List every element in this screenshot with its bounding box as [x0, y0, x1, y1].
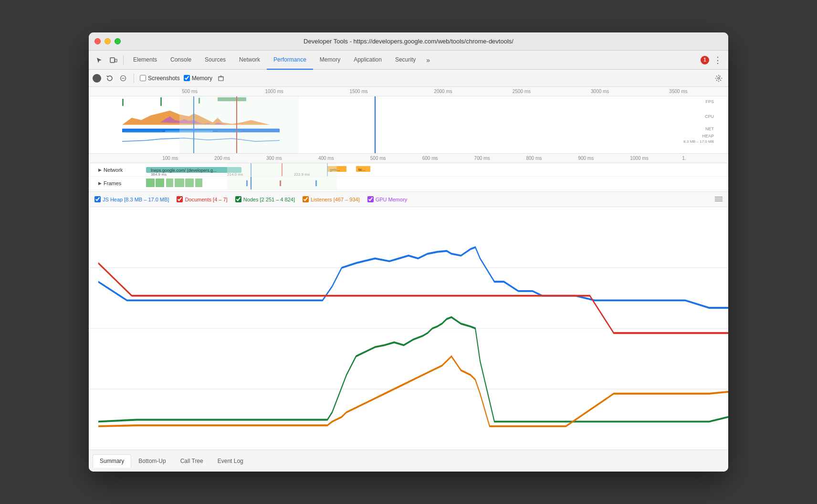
- memory-checkbox[interactable]: [184, 75, 190, 81]
- ruler-ticks: 500 ms 1000 ms 1500 ms 2000 ms 2500 ms 3…: [117, 87, 721, 96]
- secondary-divider: [134, 74, 134, 83]
- tab-event-log[interactable]: Event Log: [210, 454, 251, 468]
- svg-rect-44: [185, 178, 194, 187]
- network-track-row: ▶ Network lneps.google.com/ (developers.…: [89, 163, 728, 177]
- ruler-tick-3000: 3000 ms: [591, 89, 609, 94]
- network-track-content: lneps.google.com/ (developers.g... 364.9…: [146, 163, 728, 176]
- more-tabs-button[interactable]: »: [422, 51, 434, 70]
- tick-300: 300 ms: [266, 156, 282, 161]
- svg-text:364.9 ms: 364.9 ms: [151, 172, 167, 176]
- device-toggle-button[interactable]: [107, 53, 120, 67]
- svg-text:NET: NET: [705, 126, 714, 131]
- tab-memory[interactable]: Memory: [313, 51, 347, 70]
- svg-rect-21: [179, 96, 299, 153]
- svg-text:HEAP: HEAP: [702, 134, 714, 138]
- legend-gpu-check[interactable]: [367, 196, 374, 202]
- svg-rect-4: [219, 77, 223, 81]
- title-bar: Developer Tools - https://developers.goo…: [89, 32, 728, 51]
- close-button[interactable]: [94, 38, 101, 44]
- record-button[interactable]: [93, 74, 101, 83]
- timeline-tracks: ▶ Network lneps.google.com/ (developers.…: [89, 163, 728, 192]
- minimize-button[interactable]: [105, 38, 111, 44]
- svg-text:FPS: FPS: [706, 99, 714, 104]
- tab-elements[interactable]: Elements: [126, 51, 164, 70]
- tab-bottom-up[interactable]: Bottom-Up: [131, 454, 173, 468]
- memory-chart: [89, 207, 728, 450]
- legend-js-heap[interactable]: JS Heap [8.3 MB – 17.0 MB]: [94, 196, 169, 202]
- svg-text:tic...: tic...: [358, 168, 366, 172]
- cursor-tool-button[interactable]: [93, 53, 106, 67]
- maximize-button[interactable]: [115, 38, 121, 44]
- devtools-window: Developer Tools - https://developers.goo…: [89, 32, 728, 472]
- error-badge: 1: [701, 56, 709, 64]
- frames-track-arrow: ▶: [98, 181, 102, 186]
- ruler-tick-500: 500 ms: [182, 89, 198, 94]
- svg-rect-15: [125, 130, 163, 132]
- tab-security[interactable]: Security: [388, 51, 422, 70]
- delete-button[interactable]: [216, 74, 226, 83]
- toolbar-right: 1 ⋮: [701, 53, 724, 67]
- svg-rect-42: [166, 178, 173, 187]
- frames-track-content: [146, 177, 728, 189]
- screenshots-checkbox-label[interactable]: Screenshots: [140, 75, 180, 82]
- svg-rect-1: [115, 59, 117, 62]
- timeline-ruler2: 100 ms 200 ms 300 ms 400 ms 500 ms 600 m…: [89, 154, 728, 163]
- tab-sources[interactable]: Sources: [198, 51, 232, 70]
- legend-js-heap-label: JS Heap [8.3 MB – 17.0 MB]: [103, 197, 169, 202]
- legend-gpu-memory[interactable]: GPU Memory: [367, 196, 408, 202]
- more-options-button[interactable]: ⋮: [711, 53, 724, 67]
- svg-rect-41: [156, 178, 164, 187]
- secondary-toolbar: Screenshots Memory: [89, 70, 728, 87]
- tab-summary[interactable]: Summary: [93, 454, 131, 468]
- tab-performance[interactable]: Performance: [267, 51, 313, 70]
- frames-track-title: Frames: [104, 180, 121, 186]
- tick-1-: 1.: [682, 156, 686, 161]
- legend-listeners[interactable]: Listeners [467 – 934]: [303, 196, 360, 202]
- memory-checkbox-label[interactable]: Memory: [184, 75, 212, 82]
- legend-listeners-label: Listeners [467 – 934]: [311, 197, 360, 202]
- legend-documents-check[interactable]: [177, 196, 183, 202]
- tick-900: 900 ms: [578, 156, 594, 161]
- reload-button[interactable]: [105, 74, 115, 83]
- legend-documents[interactable]: Documents [4 – 7]: [177, 196, 227, 202]
- svg-rect-49: [227, 177, 337, 189]
- clear-button[interactable]: [118, 74, 128, 83]
- svg-rect-43: [175, 178, 184, 187]
- network-track-svg: lneps.google.com/ (developers.g... 364.9…: [146, 163, 728, 176]
- tick-400: 400 ms: [318, 156, 334, 161]
- legend-nodes[interactable]: Nodes [2 251 – 4 824]: [235, 196, 295, 202]
- legend-menu-icon[interactable]: [715, 196, 723, 203]
- toolbar-divider: [123, 55, 124, 65]
- svg-text:CPU: CPU: [705, 114, 714, 119]
- error-indicator[interactable]: 1: [701, 56, 709, 64]
- svg-rect-0: [110, 58, 115, 63]
- frames-track-svg: [146, 177, 728, 189]
- tab-call-tree[interactable]: Call Tree: [173, 454, 210, 468]
- network-track-arrow: ▶: [98, 168, 102, 172]
- svg-rect-9: [160, 97, 162, 106]
- screenshots-checkbox[interactable]: [140, 75, 146, 81]
- tab-network[interactable]: Network: [232, 51, 267, 70]
- legend-js-heap-check[interactable]: [94, 196, 101, 202]
- ruler-tick-1000: 1000 ms: [265, 89, 283, 94]
- frames-track-row: ▶ Frames: [89, 177, 728, 190]
- tick-800: 800 ms: [526, 156, 542, 161]
- network-track-title: Network: [104, 167, 123, 173]
- network-track-label: ▶ Network: [89, 167, 146, 173]
- window-title: Developer Tools - https://developers.goo…: [304, 38, 513, 45]
- svg-rect-8: [122, 99, 124, 106]
- svg-rect-39: [227, 163, 337, 176]
- ruler-tick-2000: 2000 ms: [434, 89, 452, 94]
- legend-listeners-check[interactable]: [303, 196, 309, 202]
- settings-button[interactable]: [713, 73, 724, 84]
- tick-1000: 1000 ms: [630, 156, 648, 161]
- tab-application[interactable]: Application: [347, 51, 388, 70]
- svg-rect-45: [195, 178, 202, 187]
- legend-documents-label: Documents [4 – 7]: [185, 197, 227, 202]
- tick-500: 500 ms: [370, 156, 386, 161]
- traffic-lights: [94, 38, 121, 44]
- tab-console[interactable]: Console: [164, 51, 198, 70]
- ruler-tick-3500: 3500 ms: [669, 89, 687, 94]
- legend-nodes-check[interactable]: [235, 196, 241, 202]
- tick-600: 600 ms: [422, 156, 438, 161]
